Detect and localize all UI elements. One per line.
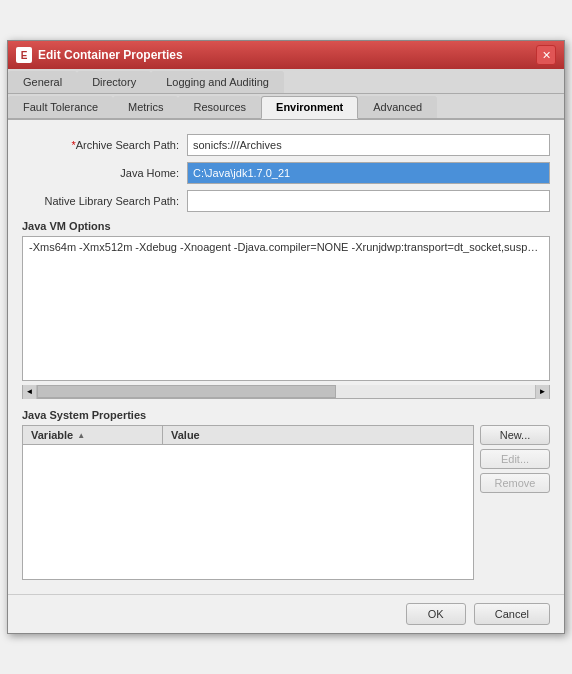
title-bar: E Edit Container Properties ✕	[8, 41, 564, 69]
content-area: Archive Search Path: Java Home: Native L…	[8, 120, 564, 594]
archive-search-path-row: Archive Search Path:	[22, 134, 550, 156]
java-vm-options-content[interactable]: -Xms64m -Xmx512m -Xdebug -Xnoagent -Djav…	[23, 237, 549, 257]
column-header-value[interactable]: Value	[163, 426, 473, 444]
ok-button[interactable]: OK	[406, 603, 466, 625]
tab-environment[interactable]: Environment	[261, 96, 358, 119]
java-home-label: Java Home:	[22, 167, 187, 179]
native-library-input[interactable]	[187, 190, 550, 212]
table-action-buttons: New... Edit... Remove	[480, 425, 550, 580]
column-header-variable[interactable]: Variable ▲	[23, 426, 163, 444]
tab-logging-auditing[interactable]: Logging and Auditing	[151, 71, 284, 93]
scrollbar-left-arrow[interactable]: ◄	[23, 385, 37, 399]
tab-metrics[interactable]: Metrics	[113, 96, 178, 118]
java-vm-options-label: Java VM Options	[22, 220, 550, 232]
archive-search-path-label: Archive Search Path:	[22, 139, 187, 151]
horizontal-scrollbar[interactable]: ◄ ►	[22, 385, 550, 399]
new-button[interactable]: New...	[480, 425, 550, 445]
tabs-row1: General Directory Logging and Auditing	[8, 69, 564, 94]
table-body	[23, 445, 473, 579]
table-header: Variable ▲ Value	[23, 426, 473, 445]
tab-directory[interactable]: Directory	[77, 71, 151, 93]
tab-general[interactable]: General	[8, 71, 77, 93]
window-title: Edit Container Properties	[38, 48, 183, 62]
cancel-button[interactable]: Cancel	[474, 603, 550, 625]
native-library-row: Native Library Search Path:	[22, 190, 550, 212]
java-system-properties-section: Variable ▲ Value New... Edit... Remove	[22, 425, 550, 580]
close-button[interactable]: ✕	[536, 45, 556, 65]
archive-search-path-input[interactable]	[187, 134, 550, 156]
tabs-row2: Fault Tolerance Metrics Resources Enviro…	[8, 94, 564, 120]
scrollbar-right-arrow[interactable]: ►	[535, 385, 549, 399]
scrollbar-track[interactable]	[37, 385, 535, 398]
tab-resources[interactable]: Resources	[178, 96, 261, 118]
window-icon: E	[16, 47, 32, 63]
remove-button[interactable]: Remove	[480, 473, 550, 493]
edit-container-properties-dialog: E Edit Container Properties ✕ General Di…	[7, 40, 565, 634]
edit-button[interactable]: Edit...	[480, 449, 550, 469]
java-home-input[interactable]	[187, 162, 550, 184]
java-system-properties-label: Java System Properties	[22, 409, 550, 421]
tab-advanced[interactable]: Advanced	[358, 96, 437, 118]
java-home-row: Java Home:	[22, 162, 550, 184]
dialog-footer: OK Cancel	[8, 594, 564, 633]
java-system-properties-table: Variable ▲ Value	[22, 425, 474, 580]
tab-fault-tolerance[interactable]: Fault Tolerance	[8, 96, 113, 118]
title-bar-left: E Edit Container Properties	[16, 47, 183, 63]
native-library-label: Native Library Search Path:	[22, 195, 187, 207]
value-col-label: Value	[171, 429, 200, 441]
java-vm-options-container: -Xms64m -Xmx512m -Xdebug -Xnoagent -Djav…	[22, 236, 550, 381]
sort-arrow-icon: ▲	[77, 431, 85, 440]
scrollbar-thumb[interactable]	[37, 385, 336, 398]
variable-col-label: Variable	[31, 429, 73, 441]
